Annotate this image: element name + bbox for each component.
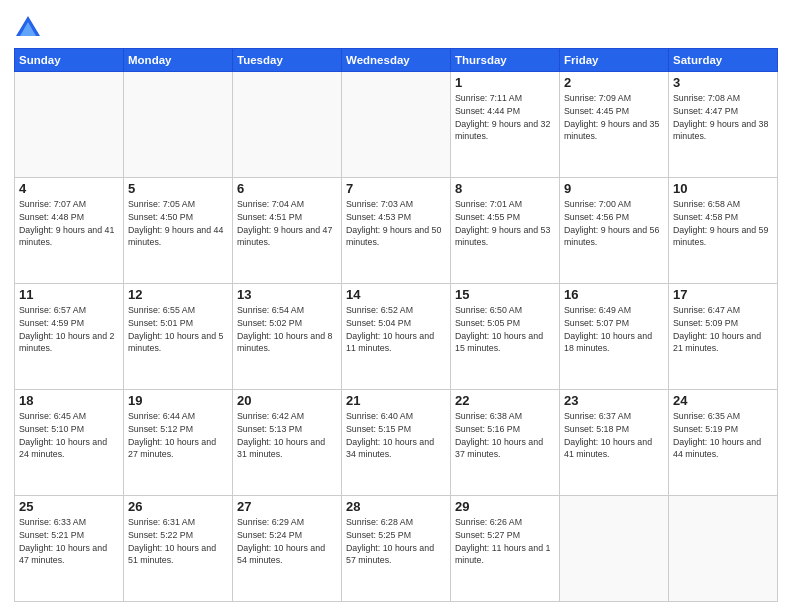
calendar-cell bbox=[342, 72, 451, 178]
day-info: Sunrise: 6:55 AMSunset: 5:01 PMDaylight:… bbox=[128, 304, 228, 355]
day-info: Sunrise: 6:42 AMSunset: 5:13 PMDaylight:… bbox=[237, 410, 337, 461]
calendar-cell: 7Sunrise: 7:03 AMSunset: 4:53 PMDaylight… bbox=[342, 178, 451, 284]
day-number: 14 bbox=[346, 287, 446, 302]
page: SundayMondayTuesdayWednesdayThursdayFrid… bbox=[0, 0, 792, 612]
day-info: Sunrise: 6:45 AMSunset: 5:10 PMDaylight:… bbox=[19, 410, 119, 461]
calendar-cell: 16Sunrise: 6:49 AMSunset: 5:07 PMDayligh… bbox=[560, 284, 669, 390]
calendar-cell: 24Sunrise: 6:35 AMSunset: 5:19 PMDayligh… bbox=[669, 390, 778, 496]
day-info: Sunrise: 6:49 AMSunset: 5:07 PMDaylight:… bbox=[564, 304, 664, 355]
day-number: 26 bbox=[128, 499, 228, 514]
day-info: Sunrise: 6:28 AMSunset: 5:25 PMDaylight:… bbox=[346, 516, 446, 567]
day-number: 3 bbox=[673, 75, 773, 90]
day-number: 4 bbox=[19, 181, 119, 196]
day-info: Sunrise: 6:40 AMSunset: 5:15 PMDaylight:… bbox=[346, 410, 446, 461]
day-number: 28 bbox=[346, 499, 446, 514]
calendar-cell: 11Sunrise: 6:57 AMSunset: 4:59 PMDayligh… bbox=[15, 284, 124, 390]
day-info: Sunrise: 6:38 AMSunset: 5:16 PMDaylight:… bbox=[455, 410, 555, 461]
day-number: 12 bbox=[128, 287, 228, 302]
day-info: Sunrise: 6:44 AMSunset: 5:12 PMDaylight:… bbox=[128, 410, 228, 461]
calendar-cell: 1Sunrise: 7:11 AMSunset: 4:44 PMDaylight… bbox=[451, 72, 560, 178]
day-info: Sunrise: 7:07 AMSunset: 4:48 PMDaylight:… bbox=[19, 198, 119, 249]
day-number: 24 bbox=[673, 393, 773, 408]
calendar-week-4: 25Sunrise: 6:33 AMSunset: 5:21 PMDayligh… bbox=[15, 496, 778, 602]
day-info: Sunrise: 6:58 AMSunset: 4:58 PMDaylight:… bbox=[673, 198, 773, 249]
calendar-week-3: 18Sunrise: 6:45 AMSunset: 5:10 PMDayligh… bbox=[15, 390, 778, 496]
day-info: Sunrise: 6:33 AMSunset: 5:21 PMDaylight:… bbox=[19, 516, 119, 567]
day-header-monday: Monday bbox=[124, 49, 233, 72]
day-number: 15 bbox=[455, 287, 555, 302]
day-number: 19 bbox=[128, 393, 228, 408]
calendar-cell: 23Sunrise: 6:37 AMSunset: 5:18 PMDayligh… bbox=[560, 390, 669, 496]
header bbox=[14, 10, 778, 42]
day-number: 9 bbox=[564, 181, 664, 196]
calendar-cell: 28Sunrise: 6:28 AMSunset: 5:25 PMDayligh… bbox=[342, 496, 451, 602]
calendar-cell: 2Sunrise: 7:09 AMSunset: 4:45 PMDaylight… bbox=[560, 72, 669, 178]
calendar-cell bbox=[124, 72, 233, 178]
day-info: Sunrise: 6:57 AMSunset: 4:59 PMDaylight:… bbox=[19, 304, 119, 355]
day-info: Sunrise: 7:01 AMSunset: 4:55 PMDaylight:… bbox=[455, 198, 555, 249]
day-info: Sunrise: 6:50 AMSunset: 5:05 PMDaylight:… bbox=[455, 304, 555, 355]
day-info: Sunrise: 6:35 AMSunset: 5:19 PMDaylight:… bbox=[673, 410, 773, 461]
day-header-tuesday: Tuesday bbox=[233, 49, 342, 72]
day-header-sunday: Sunday bbox=[15, 49, 124, 72]
day-info: Sunrise: 6:31 AMSunset: 5:22 PMDaylight:… bbox=[128, 516, 228, 567]
day-header-saturday: Saturday bbox=[669, 49, 778, 72]
day-number: 23 bbox=[564, 393, 664, 408]
calendar-cell: 29Sunrise: 6:26 AMSunset: 5:27 PMDayligh… bbox=[451, 496, 560, 602]
day-info: Sunrise: 7:08 AMSunset: 4:47 PMDaylight:… bbox=[673, 92, 773, 143]
calendar-cell: 4Sunrise: 7:07 AMSunset: 4:48 PMDaylight… bbox=[15, 178, 124, 284]
day-header-thursday: Thursday bbox=[451, 49, 560, 72]
calendar-cell: 22Sunrise: 6:38 AMSunset: 5:16 PMDayligh… bbox=[451, 390, 560, 496]
day-info: Sunrise: 7:11 AMSunset: 4:44 PMDaylight:… bbox=[455, 92, 555, 143]
calendar-header-row: SundayMondayTuesdayWednesdayThursdayFrid… bbox=[15, 49, 778, 72]
calendar-week-1: 4Sunrise: 7:07 AMSunset: 4:48 PMDaylight… bbox=[15, 178, 778, 284]
day-number: 20 bbox=[237, 393, 337, 408]
calendar-cell: 10Sunrise: 6:58 AMSunset: 4:58 PMDayligh… bbox=[669, 178, 778, 284]
day-number: 7 bbox=[346, 181, 446, 196]
calendar-cell: 15Sunrise: 6:50 AMSunset: 5:05 PMDayligh… bbox=[451, 284, 560, 390]
calendar-cell bbox=[669, 496, 778, 602]
day-info: Sunrise: 6:37 AMSunset: 5:18 PMDaylight:… bbox=[564, 410, 664, 461]
logo bbox=[14, 14, 46, 42]
day-number: 5 bbox=[128, 181, 228, 196]
calendar-cell: 26Sunrise: 6:31 AMSunset: 5:22 PMDayligh… bbox=[124, 496, 233, 602]
calendar-cell: 6Sunrise: 7:04 AMSunset: 4:51 PMDaylight… bbox=[233, 178, 342, 284]
calendar-cell: 13Sunrise: 6:54 AMSunset: 5:02 PMDayligh… bbox=[233, 284, 342, 390]
calendar-cell: 12Sunrise: 6:55 AMSunset: 5:01 PMDayligh… bbox=[124, 284, 233, 390]
calendar: SundayMondayTuesdayWednesdayThursdayFrid… bbox=[14, 48, 778, 602]
calendar-week-2: 11Sunrise: 6:57 AMSunset: 4:59 PMDayligh… bbox=[15, 284, 778, 390]
day-info: Sunrise: 6:29 AMSunset: 5:24 PMDaylight:… bbox=[237, 516, 337, 567]
day-info: Sunrise: 6:52 AMSunset: 5:04 PMDaylight:… bbox=[346, 304, 446, 355]
day-number: 17 bbox=[673, 287, 773, 302]
day-number: 10 bbox=[673, 181, 773, 196]
day-number: 1 bbox=[455, 75, 555, 90]
calendar-cell: 9Sunrise: 7:00 AMSunset: 4:56 PMDaylight… bbox=[560, 178, 669, 284]
calendar-cell: 8Sunrise: 7:01 AMSunset: 4:55 PMDaylight… bbox=[451, 178, 560, 284]
day-number: 21 bbox=[346, 393, 446, 408]
calendar-cell: 25Sunrise: 6:33 AMSunset: 5:21 PMDayligh… bbox=[15, 496, 124, 602]
day-info: Sunrise: 6:47 AMSunset: 5:09 PMDaylight:… bbox=[673, 304, 773, 355]
day-number: 11 bbox=[19, 287, 119, 302]
day-number: 18 bbox=[19, 393, 119, 408]
calendar-cell bbox=[560, 496, 669, 602]
calendar-cell: 27Sunrise: 6:29 AMSunset: 5:24 PMDayligh… bbox=[233, 496, 342, 602]
day-info: Sunrise: 7:05 AMSunset: 4:50 PMDaylight:… bbox=[128, 198, 228, 249]
calendar-cell: 3Sunrise: 7:08 AMSunset: 4:47 PMDaylight… bbox=[669, 72, 778, 178]
day-number: 13 bbox=[237, 287, 337, 302]
day-info: Sunrise: 6:26 AMSunset: 5:27 PMDaylight:… bbox=[455, 516, 555, 567]
day-info: Sunrise: 7:00 AMSunset: 4:56 PMDaylight:… bbox=[564, 198, 664, 249]
calendar-cell bbox=[15, 72, 124, 178]
day-number: 29 bbox=[455, 499, 555, 514]
day-info: Sunrise: 7:04 AMSunset: 4:51 PMDaylight:… bbox=[237, 198, 337, 249]
day-info: Sunrise: 7:09 AMSunset: 4:45 PMDaylight:… bbox=[564, 92, 664, 143]
calendar-cell: 17Sunrise: 6:47 AMSunset: 5:09 PMDayligh… bbox=[669, 284, 778, 390]
day-header-wednesday: Wednesday bbox=[342, 49, 451, 72]
calendar-cell: 21Sunrise: 6:40 AMSunset: 5:15 PMDayligh… bbox=[342, 390, 451, 496]
day-header-friday: Friday bbox=[560, 49, 669, 72]
calendar-cell bbox=[233, 72, 342, 178]
day-number: 27 bbox=[237, 499, 337, 514]
calendar-cell: 18Sunrise: 6:45 AMSunset: 5:10 PMDayligh… bbox=[15, 390, 124, 496]
day-number: 25 bbox=[19, 499, 119, 514]
day-number: 22 bbox=[455, 393, 555, 408]
calendar-cell: 20Sunrise: 6:42 AMSunset: 5:13 PMDayligh… bbox=[233, 390, 342, 496]
